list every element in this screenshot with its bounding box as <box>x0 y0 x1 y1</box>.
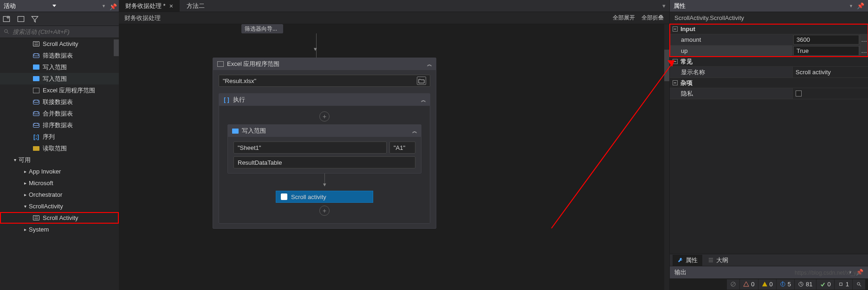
svg-point-4 <box>5 30 8 33</box>
filter-icon[interactable] <box>31 15 39 23</box>
svg-rect-3 <box>18 16 24 21</box>
tree-label: 写入范围 <box>43 75 67 83</box>
ellipsis-button[interactable]: … <box>860 45 868 56</box>
folder-icon[interactable] <box>417 77 426 85</box>
tree-item[interactable]: 读取范围 <box>0 142 119 154</box>
wrench-icon <box>677 257 683 263</box>
sheet-icon <box>32 76 40 82</box>
breadcrumb[interactable]: 财务收据处理 <box>124 14 161 22</box>
designer-area: 财务收据处理 * × 方法二 ▾ 财务收据处理 全部展开 全部折叠 筛选器向导.… <box>119 0 669 290</box>
collapse-icon[interactable]: ︽ <box>421 97 426 103</box>
expand-icon[interactable]: ▸ <box>22 192 28 197</box>
activity-header[interactable]: Excel 应用程序范围 ︽ <box>213 58 436 70</box>
watermark: https://blog.csdn.net/xf_yan <box>795 270 862 276</box>
tree-item[interactable]: 写入范围 <box>0 73 119 84</box>
excel-scope-activity[interactable]: Excel 应用程序范围 ︽ "Result.xlsx" [ ] 执行 ︽ + <box>213 58 436 229</box>
tree-item[interactable]: 筛选数据表 <box>0 50 119 61</box>
status-time[interactable]: 81 <box>795 279 816 290</box>
collapse-icon[interactable]: ︽ <box>427 61 432 68</box>
tree-item[interactable]: [;]序列 <box>0 131 119 142</box>
tree-item[interactable]: 排序数据表 <box>0 119 119 131</box>
prop-value[interactable]: Scroll activity <box>793 67 868 77</box>
scrollbar-thumb[interactable] <box>114 39 119 56</box>
category-misc[interactable]: − 杂项 <box>670 78 868 88</box>
tabs-overflow[interactable]: ▾ <box>659 0 669 12</box>
collapse-icon[interactable]: − <box>673 59 678 64</box>
package-icon[interactable] <box>17 15 25 23</box>
db-icon <box>32 110 40 117</box>
tab-inactive[interactable]: 方法二 <box>180 0 211 12</box>
expand-all-button[interactable]: 全部展开 <box>613 14 635 22</box>
dropdown-icon[interactable] <box>52 5 56 7</box>
category-input[interactable]: − Input <box>670 24 868 34</box>
scrollbar-thumb[interactable] <box>664 50 669 81</box>
expand-icon[interactable]: ▸ <box>22 169 28 174</box>
add-activity-button[interactable]: + <box>319 111 330 122</box>
checkbox[interactable] <box>796 90 802 97</box>
scroll-icon <box>32 41 40 47</box>
add-activity-button[interactable]: + <box>319 206 330 216</box>
status-clear[interactable] <box>727 279 739 290</box>
tree-item[interactable]: 联接数据表 <box>0 96 119 108</box>
tree-item[interactable]: 合并数据表 <box>0 108 119 119</box>
tab-active[interactable]: 财务收据处理 * × <box>119 0 180 12</box>
datatable-input[interactable]: ResultDataTable <box>233 156 415 168</box>
activity-header[interactable]: 写入范围 ︽ <box>228 125 421 137</box>
tree-item[interactable]: Scroll Activity <box>0 38 119 50</box>
pin-icon[interactable]: 📌 <box>110 3 115 9</box>
collapse-icon[interactable]: − <box>673 80 678 85</box>
filter-wizard-button[interactable]: 筛选器向导... <box>241 24 283 33</box>
status-info[interactable]: i5 <box>777 279 794 290</box>
arrow-down-icon: ▾ <box>227 181 421 188</box>
collapse-icon[interactable]: ︽ <box>412 128 417 135</box>
collapse-icon[interactable]: − <box>673 26 678 32</box>
expand-icon[interactable]: ▸ <box>22 180 28 186</box>
prop-name: 隐私 <box>670 88 793 99</box>
svg-line-12 <box>732 283 735 286</box>
expand-icon[interactable]: ▸ <box>22 227 28 232</box>
tree-item[interactable]: ▸Microsoft <box>0 177 119 189</box>
expand-icon[interactable]: ▾ <box>22 204 28 209</box>
close-icon[interactable]: × <box>169 2 173 10</box>
canvas-scrollbar[interactable] <box>664 24 669 290</box>
sequence-icon: [ ] <box>223 97 230 103</box>
ellipsis-button[interactable]: … <box>860 34 868 45</box>
prop-value-input[interactable]: True <box>793 46 859 56</box>
status-errors[interactable]: 0 <box>740 279 758 290</box>
sheet-name-input[interactable]: "Sheet1" <box>233 142 387 154</box>
tree-item[interactable]: Scroll Activity <box>0 212 119 224</box>
workflow-canvas[interactable]: 筛选器向导... ▾ Excel 应用程序范围 ︽ "Result.xlsx" … <box>119 24 669 290</box>
activity-title: Excel 应用程序范围 <box>227 60 279 68</box>
dropdown-small-icon[interactable]: ▼ <box>849 4 853 8</box>
tree-item[interactable]: ▸System <box>0 224 119 235</box>
status-search[interactable] <box>853 279 865 290</box>
tree-item[interactable]: ▾ScrollActivity <box>0 200 119 212</box>
tree-item[interactable]: ▾可用 <box>0 154 119 166</box>
status-warnings[interactable]: 0 <box>758 279 776 290</box>
tree-item[interactable]: 写入范围 <box>0 61 119 73</box>
dropdown-small-icon[interactable]: ▼ <box>102 4 106 8</box>
category-common[interactable]: − 常见 <box>670 57 868 67</box>
prop-value[interactable] <box>793 88 868 99</box>
search-input[interactable] <box>13 28 115 35</box>
write-range-activity[interactable]: 写入范围 ︽ "Sheet1" "A1" ResultDataTable <box>227 124 421 174</box>
scroll-activity-selected[interactable]: Scroll activity <box>276 191 373 203</box>
tree-label: 筛选数据表 <box>43 52 73 60</box>
cell-input[interactable]: "A1" <box>389 142 415 154</box>
svg-line-17 <box>801 284 803 285</box>
tree-item[interactable]: ▸App Invoker <box>0 166 119 177</box>
prop-value-input[interactable]: 3600 <box>793 35 859 45</box>
expand-icon[interactable]: ▾ <box>12 157 18 162</box>
tab-outline[interactable]: 大纲 <box>703 255 733 266</box>
activity-header[interactable]: [ ] 执行 ︽ <box>219 94 430 106</box>
pin-icon[interactable]: 📌 <box>857 2 864 9</box>
status-trace[interactable]: 0 <box>816 279 834 290</box>
add-icon[interactable] <box>3 15 11 23</box>
status-debug[interactable]: 1 <box>835 279 852 290</box>
execute-activity[interactable]: [ ] 执行 ︽ + 写入范围 ︽ <box>219 93 430 224</box>
excel-file-input[interactable]: "Result.xlsx" <box>219 75 430 87</box>
tab-properties[interactable]: 属性 <box>673 255 702 266</box>
tree-item[interactable]: Excel 应用程序范围 <box>0 84 119 96</box>
tree-item[interactable]: ▸Orchestrator <box>0 189 119 200</box>
collapse-all-button[interactable]: 全部折叠 <box>641 14 664 22</box>
